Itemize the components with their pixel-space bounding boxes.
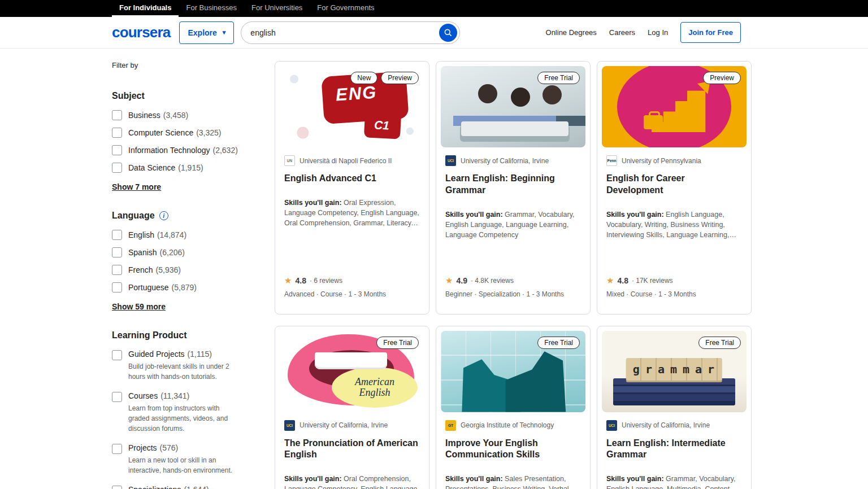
header-nav: Online Degrees Careers Log In Join for F…	[546, 22, 741, 43]
audience-tab-label: For Businesses	[186, 3, 237, 12]
review-count: · 17K reviews	[632, 277, 673, 285]
status-badge: New	[350, 72, 377, 84]
thumbnail-text-primary: grammar	[626, 358, 722, 381]
course-title[interactable]: The Pronunciation of American English	[284, 438, 420, 461]
course-thumbnail[interactable]: Preview	[602, 66, 747, 147]
skills-label: Skills you'll gain:	[606, 475, 664, 483]
learning-product-section-title: Learning Product	[112, 330, 262, 340]
course-title[interactable]: Improve Your English Communication Skill…	[445, 438, 581, 461]
audience-tab-label: For Individuals	[119, 3, 171, 12]
audience-tab[interactable]: For Businesses	[179, 0, 244, 17]
explore-button[interactable]: Explore ▾	[179, 21, 234, 44]
filter-by-label: Filter by	[112, 61, 262, 69]
checkbox[interactable]	[112, 230, 122, 240]
checkbox[interactable]	[112, 350, 122, 360]
nav-link-careers[interactable]: Careers	[609, 28, 635, 37]
search-button[interactable]	[439, 24, 457, 42]
skills-label: Skills you'll gain:	[284, 475, 342, 483]
audience-tab-label: For Universities	[251, 3, 302, 12]
status-badge: Preview	[703, 72, 741, 84]
status-badge: Free Trial	[698, 337, 741, 349]
checkbox[interactable]	[112, 392, 122, 402]
filter-option-label: Data Science	[128, 163, 175, 172]
badge-group: New Preview	[350, 72, 419, 84]
info-icon[interactable]: i	[159, 211, 168, 220]
filter-option[interactable]: Specializations(1,644) Get in-depth know…	[112, 485, 262, 489]
filter-option[interactable]: Projects(576) Learn a new tool or skill …	[112, 443, 262, 475]
filter-option[interactable]: Portuguese(5,879)	[112, 282, 262, 292]
checkbox[interactable]	[112, 110, 122, 120]
audience-tab[interactable]: For Governments	[310, 0, 381, 17]
checkbox[interactable]	[112, 486, 122, 489]
course-card[interactable]: Free Trial UCI University of California,…	[436, 61, 591, 315]
badge-group: Free Trial	[537, 72, 580, 84]
audience-tab[interactable]: For Universities	[244, 0, 310, 17]
course-thumbnail[interactable]: American English Free Trial	[280, 331, 424, 412]
nav-link-log-in[interactable]: Log In	[648, 28, 668, 37]
course-card[interactable]: Preview Penn University of Pennsylvania …	[597, 61, 752, 315]
checkbox[interactable]	[112, 163, 122, 173]
filter-option[interactable]: Spanish(6,206)	[112, 247, 262, 257]
filter-option-label: Projects	[128, 443, 157, 452]
filter-option[interactable]: Computer Science(3,325)	[112, 128, 262, 138]
course-title[interactable]: English Advanced C1	[284, 173, 420, 185]
filter-option-count: (5,936)	[156, 265, 181, 274]
checkbox[interactable]	[112, 265, 122, 275]
badge-group: Free Trial	[376, 337, 419, 349]
join-for-free-button[interactable]: Join for Free	[680, 22, 741, 43]
course-title[interactable]: English for Career Development	[606, 173, 742, 197]
partner-row: UN Università di Napoli Federico II	[284, 155, 420, 166]
course-thumbnail[interactable]: Free Trial	[441, 331, 585, 412]
filter-option-count: (2,632)	[213, 146, 238, 155]
rating-value: 4.8	[295, 276, 306, 285]
partner-name: University of California, Irvine	[461, 157, 549, 165]
course-card[interactable]: grammar Free Trial UCI University of Cal…	[597, 326, 752, 489]
filter-option[interactable]: Data Science(1,915)	[112, 163, 262, 173]
subject-section-title: Subject	[112, 91, 262, 101]
show-more-languages-link[interactable]: Show 59 more	[112, 302, 166, 311]
filter-option-label: Computer Science	[128, 128, 193, 137]
checkbox[interactable]	[112, 247, 122, 257]
search-input[interactable]	[241, 21, 460, 44]
show-more-subjects-link[interactable]: Show 7 more	[112, 182, 161, 191]
filter-option-count: (3,458)	[163, 111, 188, 120]
partner-logo: UCI	[445, 155, 456, 166]
course-card[interactable]: Free Trial GT Georgia Institute of Techn…	[436, 326, 591, 489]
filter-option[interactable]: Information Technology(2,632)	[112, 145, 262, 155]
filter-option[interactable]: French(5,936)	[112, 265, 262, 275]
checkbox[interactable]	[112, 128, 122, 138]
partner-name: Georgia Institute of Technology	[461, 421, 554, 429]
skills-label: Skills you'll gain:	[445, 475, 503, 483]
filter-option-label: Business	[128, 111, 160, 120]
filter-option-description: Build job-relevant skills in under 2 hou…	[128, 361, 239, 382]
checkbox[interactable]	[112, 145, 122, 155]
filter-option-count: (576)	[160, 443, 179, 452]
course-title[interactable]: Learn English: Intermediate Grammar	[606, 438, 742, 461]
filter-option-label: Guided Projects	[128, 350, 185, 359]
course-card[interactable]: American English Free Trial UCI Universi…	[275, 326, 429, 489]
filter-option-label: Portuguese	[128, 283, 169, 292]
audience-tab[interactable]: For Individuals	[112, 0, 179, 17]
course-thumbnail[interactable]: grammar Free Trial	[602, 331, 747, 412]
course-card[interactable]: ENG C1 New Preview UN Università di Napo…	[275, 61, 429, 315]
checkbox[interactable]	[112, 444, 122, 454]
course-title[interactable]: Learn English: Beginning Grammar	[445, 173, 581, 197]
filter-option[interactable]: Courses(11,341) Learn from top instructo…	[112, 391, 262, 434]
filter-option-label: English	[128, 230, 154, 239]
nav-link-online-degrees[interactable]: Online Degrees	[546, 28, 597, 37]
filter-option[interactable]: Business(3,458)	[112, 110, 262, 120]
course-thumbnail[interactable]: ENG C1 New Preview	[280, 66, 424, 147]
checkbox[interactable]	[112, 282, 122, 292]
filter-option[interactable]: Guided Projects(1,115) Build job-relevan…	[112, 350, 262, 382]
course-meta: Advanced · Course · 1 - 3 Months	[284, 290, 420, 298]
filter-option-count: (1,915)	[178, 163, 203, 172]
site-header: coursera Explore ▾ Online Degrees Career…	[0, 17, 868, 49]
filter-section-language: Language i English(14,874) Spanish(6,206…	[112, 211, 262, 330]
thumbnail-text-secondary: C1	[374, 118, 390, 132]
star-icon: ★	[606, 276, 614, 286]
filter-option[interactable]: English(14,874)	[112, 230, 262, 240]
course-meta: Mixed · Course · 1 - 3 Months	[606, 290, 742, 298]
coursera-logo[interactable]: coursera	[112, 24, 170, 41]
course-thumbnail[interactable]: Free Trial	[441, 66, 585, 147]
status-badge: Free Trial	[537, 72, 580, 84]
